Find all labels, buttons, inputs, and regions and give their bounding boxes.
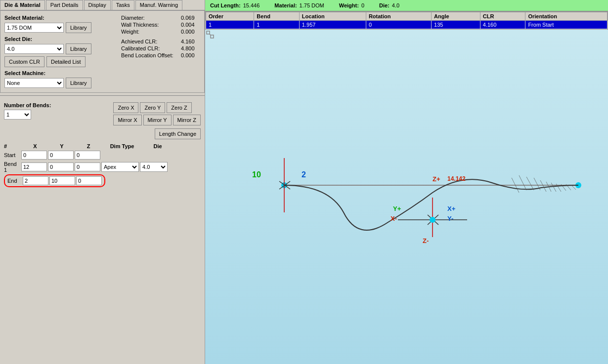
mirror-x-btn[interactable]: Mirror X bbox=[113, 115, 141, 125]
mirror-y-btn[interactable]: Mirror Y bbox=[143, 115, 172, 125]
start-row: Start bbox=[4, 151, 201, 160]
td-rotation: 0 bbox=[366, 21, 431, 29]
wall-thickness-val: 0.004 bbox=[181, 22, 200, 28]
diameter-label: Diameter: bbox=[121, 15, 179, 21]
col-z-header: Z bbox=[76, 143, 101, 149]
custom-clr-btn[interactable]: Custom CLR bbox=[4, 56, 44, 67]
end-label: End bbox=[7, 178, 22, 184]
bend1-die-select[interactable]: 4.0 bbox=[140, 162, 168, 172]
machine-library-btn[interactable]: Library bbox=[66, 78, 91, 88]
tab-manuf-warning[interactable]: Manuf. Warning bbox=[135, 0, 182, 10]
tab-die-material[interactable]: Die & Material bbox=[0, 0, 45, 10]
td-bend: 1 bbox=[254, 21, 299, 29]
col-x-header: X bbox=[22, 143, 48, 149]
num-bends-select[interactable]: 1 bbox=[4, 110, 31, 120]
zero-z-btn[interactable]: Zero Z bbox=[167, 102, 191, 113]
cut-length-val: 15.446 bbox=[243, 2, 260, 8]
end-z-input[interactable] bbox=[76, 176, 102, 185]
col-dimtype-header: Dim Type bbox=[102, 143, 142, 149]
label-14142: 14.142 bbox=[447, 175, 466, 182]
svg-line-18 bbox=[540, 180, 546, 192]
select-material-label: Select Material: bbox=[4, 15, 116, 21]
th-orientation: Orientation bbox=[525, 12, 608, 21]
th-bend: Bend bbox=[254, 12, 299, 21]
weight-spec-label: Weight: bbox=[121, 29, 179, 35]
die-library-btn[interactable]: Library bbox=[66, 43, 91, 54]
bend1-x-input[interactable] bbox=[21, 162, 47, 171]
tab-tasks[interactable]: Tasks bbox=[112, 0, 134, 10]
bend1-z-input[interactable] bbox=[75, 162, 100, 171]
svg-line-20 bbox=[551, 183, 556, 192]
bend-data-table-container: Order Bend Location Rotation Angle CLR O… bbox=[205, 11, 608, 30]
bend1-dimtype-select[interactable]: Apex bbox=[101, 162, 139, 172]
label-10: 10 bbox=[252, 170, 261, 179]
label-yplus: Y+ bbox=[393, 205, 401, 212]
table-row[interactable]: 1 1 1.957 0 135 4.160 From Start bbox=[206, 21, 608, 29]
col-y-header: Y bbox=[49, 143, 75, 149]
svg-line-16 bbox=[526, 177, 534, 190]
th-clr: CLR bbox=[480, 12, 525, 21]
start-x-input[interactable] bbox=[21, 151, 47, 160]
calibrated-clr-val: 4.800 bbox=[181, 45, 200, 51]
label-zminus: Z- bbox=[423, 237, 429, 244]
end-x-input[interactable] bbox=[23, 176, 48, 185]
td-orientation: From Start bbox=[525, 21, 608, 29]
bend1-label: Bend 1 bbox=[4, 161, 20, 173]
select-die-label: Select Die: bbox=[4, 36, 116, 42]
bend-loc-offset-val: 0.000 bbox=[181, 52, 200, 58]
die-info-label: Die: bbox=[379, 2, 390, 8]
col-hash: # bbox=[4, 143, 21, 149]
th-angle: Angle bbox=[432, 12, 480, 21]
viewport[interactable]: 10 2 Z+ 14.142 Y+ X- X+ Y- Z- bbox=[205, 30, 608, 364]
die-info-val: 4.0 bbox=[392, 2, 399, 8]
material-info-label: Material: bbox=[274, 2, 297, 8]
length-change-btn[interactable]: Length Change bbox=[155, 128, 201, 139]
bend1-row: Bend 1 Apex 4.0 bbox=[4, 161, 201, 173]
mirror-z-btn[interactable]: Mirror Z bbox=[173, 115, 201, 125]
end-y-input[interactable] bbox=[49, 176, 75, 185]
die-select[interactable]: 4.0 bbox=[4, 44, 64, 54]
end-row-highlighted: End bbox=[4, 174, 105, 187]
form-area: Select Material: 1.75 DOM Library Select… bbox=[0, 10, 205, 93]
material-info-val: 1.75 DOM bbox=[300, 2, 324, 8]
bend-data-table: Order Bend Location Rotation Angle CLR O… bbox=[206, 12, 608, 29]
material-select[interactable]: 1.75 DOM bbox=[4, 23, 64, 33]
col-die-header: Die bbox=[143, 143, 173, 149]
select-machine-label: Select Machine: bbox=[4, 70, 116, 76]
start-label: Start bbox=[4, 152, 20, 158]
tab-bar: Die & Material Part Details Display Task… bbox=[0, 0, 205, 10]
3d-canvas-svg bbox=[205, 30, 608, 364]
zero-y-btn[interactable]: Zero Y bbox=[140, 102, 165, 113]
td-order: 1 bbox=[206, 21, 254, 29]
achieved-clr-val: 4.160 bbox=[181, 39, 200, 44]
achieved-clr-label: Achieved CLR: bbox=[121, 39, 179, 44]
label-xplus: X+ bbox=[447, 205, 455, 212]
diameter-val: 0.069 bbox=[181, 15, 200, 21]
th-location: Location bbox=[299, 12, 366, 21]
label-zplus: Z+ bbox=[433, 175, 440, 183]
td-location: 1.957 bbox=[299, 21, 366, 29]
label-xminus: X- bbox=[391, 215, 397, 222]
start-z-input[interactable] bbox=[75, 151, 100, 160]
td-clr: 4.160 bbox=[480, 21, 525, 29]
num-bends-label: Number of Bends: bbox=[4, 102, 113, 108]
bend-loc-offset-label: Bend Location Offset: bbox=[121, 52, 179, 58]
bend-table-header: # X Y Z Dim Type Die bbox=[4, 143, 201, 149]
detailed-list-btn[interactable]: Detailed List bbox=[46, 56, 86, 67]
tab-display[interactable]: Display bbox=[84, 0, 111, 10]
cut-length-label: Cut Length: bbox=[210, 2, 241, 8]
svg-point-13 bbox=[430, 217, 435, 223]
material-library-btn[interactable]: Library bbox=[66, 22, 91, 33]
wall-thickness-label: Wall Thickness: bbox=[121, 22, 179, 28]
start-y-input[interactable] bbox=[48, 151, 74, 160]
tab-part-details[interactable]: Part Details bbox=[46, 0, 83, 10]
machine-select[interactable]: None bbox=[4, 78, 64, 88]
label-yminus: Y- bbox=[447, 215, 453, 222]
bend-area: Number of Bends: 1 Zero X Zero Y Zero Z … bbox=[0, 98, 205, 364]
weight-spec-val: 0.000 bbox=[181, 29, 200, 35]
calibrated-clr-label: Calibrated CLR: bbox=[121, 45, 179, 51]
weight-info-label: Weight: bbox=[339, 2, 359, 8]
info-bar: Cut Length: 15.446 Material: 1.75 DOM We… bbox=[205, 0, 608, 11]
zero-x-btn[interactable]: Zero X bbox=[113, 102, 138, 113]
bend1-y-input[interactable] bbox=[48, 162, 74, 171]
